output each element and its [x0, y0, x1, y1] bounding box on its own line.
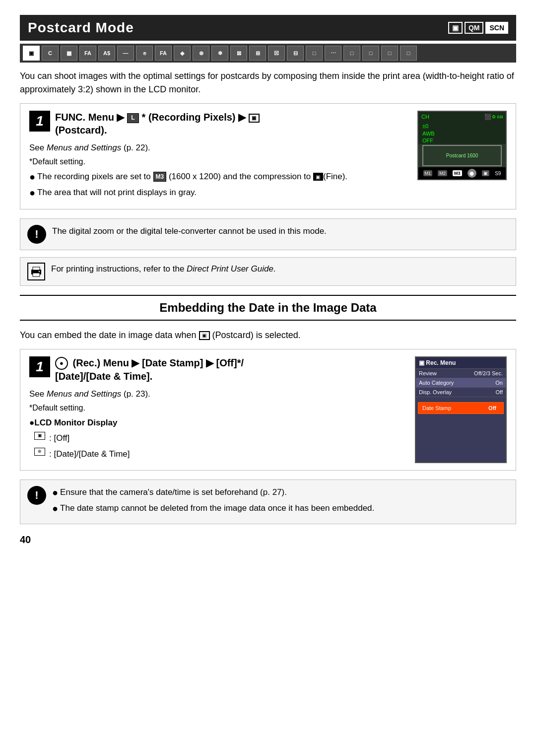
fine-icon: ▣: [313, 173, 323, 181]
m3-btn: M3: [453, 170, 462, 176]
warn2-dot2: ●: [52, 502, 58, 515]
lcd-label-text: ●LCD Monitor Display: [29, 416, 117, 429]
icon-strip-item-empty3: □: [362, 46, 379, 61]
disp-value: Off: [496, 389, 503, 395]
mode-icon-auto: ▣: [448, 22, 463, 34]
icon-strip-item-box2: ⊠: [230, 46, 247, 61]
disp-label: Disp. Overlay: [419, 389, 452, 395]
camera-icons-top: ⬛⭘⊡⊟: [484, 114, 503, 120]
camera-off: OFF: [418, 137, 506, 144]
icon-strip-item-dash: —: [117, 46, 134, 61]
section2-text: 1 ● (Rec.) Menu ▶ [Date Stamp] ▶ [Off]*/…: [29, 356, 406, 464]
default-note-1: *Default setting.: [29, 157, 408, 166]
m3-icon: M3: [153, 172, 167, 182]
menu-row-disp: Disp. Overlay Off: [416, 388, 506, 397]
icon-strip-item-snow: ❄: [211, 46, 228, 61]
see-text-2: See Menus and Settings (p. 23).: [29, 388, 406, 401]
rec-circle-icon: ●: [55, 357, 68, 370]
datestamp-label: Date Stamp: [422, 405, 451, 411]
menu-row-datestamp: Date Stamp Off: [418, 402, 504, 414]
icon-strip-item-fa: FA: [79, 46, 96, 61]
review-value: Off/2/3 Sec.: [474, 370, 503, 376]
off-text: : [Off]: [49, 432, 69, 445]
menu-spacer: [416, 397, 506, 401]
step2-number: 1: [29, 356, 50, 377]
section1-text: 1 FUNC. Menu ▶ L * (Recording Pixels) ▶ …: [29, 111, 408, 202]
postcard-btn: ▣: [482, 170, 489, 176]
circle-btn: ⬤: [468, 169, 476, 178]
mode-icon-qm: QM: [465, 22, 484, 34]
step1-header: 1 FUNC. Menu ▶ L * (Recording Pixels) ▶ …: [29, 111, 408, 137]
datestamp-value: Off: [485, 405, 499, 412]
icon-strip-item-empty1: □: [306, 46, 323, 61]
date-text: : [Date]/[Date & Time]: [49, 448, 130, 461]
mode-icon-scn: SCN: [485, 22, 508, 34]
icon-strip-item-grid: ⊞: [249, 46, 266, 61]
bullet2: ● The area that will not print displays …: [29, 186, 408, 199]
icon-strip-item-empty2: □: [343, 46, 360, 61]
icon-strip-item-empty4: □: [381, 46, 398, 61]
printer-icon: [27, 263, 45, 280]
svg-rect-1: [33, 273, 40, 276]
camera-indicator: ±0: [418, 122, 506, 130]
section2-intro: You can embed the date in image data whe…: [20, 329, 516, 342]
icon-strip-item-as: A$: [98, 46, 115, 61]
camera-awb: AWB: [418, 130, 506, 137]
l-icon: L: [127, 113, 139, 123]
page-header: Postcard Mode ▣ QM SCN: [20, 15, 516, 41]
postcard-screen-label: Postcard 1600: [446, 153, 478, 158]
step1-title: FUNC. Menu ▶ L * (Recording Pixels) ▶ ▣ …: [55, 111, 260, 137]
bullet1-text: The recording pixels are set to M3 (1600…: [37, 170, 347, 183]
menu-row-review: Review Off/2/3 Sec.: [416, 369, 506, 378]
bullet2-text: The area that will not print displays in…: [37, 186, 197, 199]
off-icon: ▣: [34, 432, 45, 440]
note-text: For printing instructions, refer to the …: [51, 263, 276, 275]
menu-row-autocategory: Auto Category On: [416, 378, 506, 388]
intro-text: You can shoot images with the optimal se…: [20, 69, 516, 96]
step2-header: 1 ● (Rec.) Menu ▶ [Date Stamp] ▶ [Off]*/…: [29, 356, 406, 383]
icon-strip-item-auto: ▣: [23, 46, 40, 61]
s9-label: S9: [495, 171, 501, 176]
warning-icon-2: !: [27, 486, 46, 505]
svg-rect-2: [33, 267, 40, 270]
autocategory-label: Auto Category: [419, 380, 454, 386]
icon-strip-item-sun: ⊛: [193, 46, 209, 61]
warning-text-2: ● Ensure that the camera's date/time is …: [52, 486, 374, 518]
bullet-dot-1: ●: [29, 170, 35, 183]
warn2-text1: Ensure that the camera's date/time is se…: [60, 486, 287, 499]
icon-strip: ▣ C ▦ FA A$ — ⍟ FA ◈ ⊛ ❄ ⊠ ⊞ ☒ ⊟ □ ⋯ □ □…: [20, 44, 516, 63]
camera-bottom: M1 M2 M3 ⬤ ▣ S9: [418, 167, 506, 179]
date-icon: ⊛: [34, 448, 45, 456]
mode-icons: ▣ QM SCN: [448, 22, 508, 34]
func-label: FUNC. Menu: [55, 112, 114, 123]
page-number: 40: [20, 534, 516, 546]
warning-box-1: ! The digital zoom or the digital tele-c…: [20, 218, 516, 250]
warning-icon-1: !: [27, 225, 46, 244]
warning-box-2: ! ● Ensure that the camera's date/time i…: [20, 480, 516, 524]
camera-screen-1: CH ⬛⭘⊡⊟ ±0 AWB OFF Postcard 1600 M1 M2 M…: [417, 111, 507, 180]
svg-point-3: [39, 271, 40, 272]
icon-strip-item-dots: ⋯: [325, 46, 341, 61]
section2-inner: 1 ● (Rec.) Menu ▶ [Date Stamp] ▶ [Off]*/…: [29, 356, 507, 464]
icon-strip-item-fa2: FA: [155, 46, 172, 61]
section1-box: 1 FUNC. Menu ▶ L * (Recording Pixels) ▶ …: [20, 103, 516, 209]
lcd-label: ●LCD Monitor Display: [29, 416, 406, 429]
menu-bottom-space: [416, 415, 506, 425]
section1-inner: 1 FUNC. Menu ▶ L * (Recording Pixels) ▶ …: [29, 111, 507, 202]
icon-strip-item-circle: ◈: [174, 46, 191, 61]
warning-text-1: The digital zoom or the digital tele-con…: [52, 225, 327, 238]
icon-strip-item-box: ▦: [61, 46, 77, 61]
review-label: Review: [419, 370, 437, 376]
bullet-dot-2: ●: [29, 186, 35, 199]
camera-screen-2: ▣ Rec. Menu Review Off/2/3 Sec. Auto Cat…: [415, 356, 507, 464]
warn2-bullet2: ● The date stamp cannot be deleted from …: [52, 502, 374, 515]
menu-header: ▣ Rec. Menu: [416, 357, 506, 369]
icon-strip-item-star: ⍟: [136, 46, 153, 61]
warn2-dot1: ●: [52, 486, 58, 499]
camera-main-area: Postcard 1600: [422, 145, 502, 166]
arrow1: ▶: [117, 112, 127, 123]
lcd-item-off: ▣ : [Off]: [34, 432, 406, 445]
section2-title: Embedding the Date in the Image Data: [20, 295, 516, 321]
default-note-2: *Default setting.: [29, 404, 406, 412]
see-text-1: See Menus and Settings (p. 22).: [29, 141, 408, 154]
